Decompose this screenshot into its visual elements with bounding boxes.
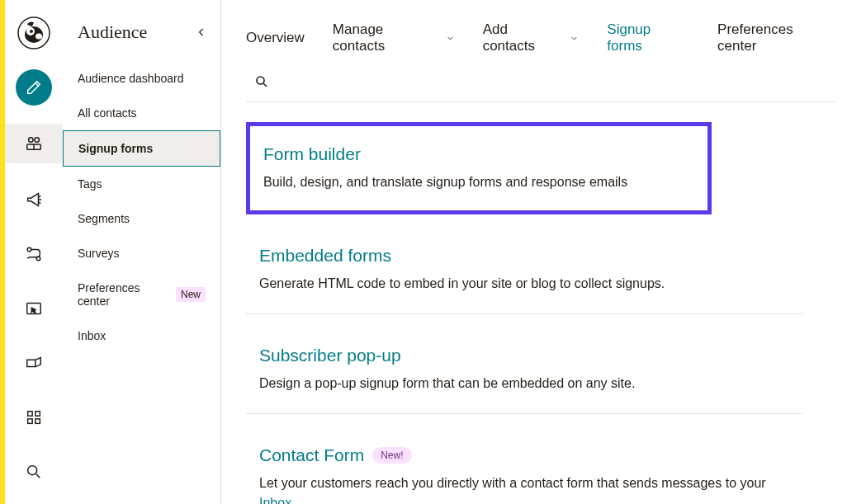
nav-create[interactable] [16, 69, 52, 106]
form-title-text: Subscriber pop-up [259, 346, 401, 365]
nav-campaigns[interactable] [16, 181, 52, 218]
sidebar-item-dashboard[interactable]: Audience dashboard [63, 61, 220, 96]
tab-label: Manage contacts [333, 21, 439, 54]
sidebar-item-surveys[interactable]: Surveys [63, 236, 220, 271]
chevron-down-icon [446, 34, 455, 43]
svg-point-3 [30, 30, 33, 33]
svg-point-18 [257, 77, 264, 84]
svg-rect-12 [28, 412, 33, 417]
sidebar-item-label: Signup forms [78, 142, 153, 155]
nav-integrations[interactable] [16, 399, 52, 436]
form-desc: Generate HTML code to embed in your site… [259, 274, 789, 294]
form-option-embedded-forms[interactable]: Embedded forms Generate HTML code to emb… [246, 234, 802, 314]
tab-add-contacts[interactable]: Add contacts [483, 21, 580, 54]
form-list: Form builder Build, design, and translat… [246, 102, 835, 504]
form-desc: Let your customers reach you directly wi… [259, 473, 789, 504]
svg-point-9 [27, 247, 31, 252]
icon-rail [5, 0, 63, 504]
form-title: Contact Form New! [259, 445, 789, 465]
pencil-icon [25, 78, 43, 97]
sidebar-item-tags[interactable]: Tags [63, 167, 220, 201]
svg-rect-15 [35, 419, 40, 423]
sidebar-item-label: Surveys [78, 247, 120, 260]
inbox-link[interactable]: Inbox [259, 496, 291, 504]
form-title-text: Contact Form [259, 445, 364, 465]
nav-search[interactable] [16, 454, 52, 490]
form-option-subscriber-popup[interactable]: Subscriber pop-up Design a pop-up signup… [246, 334, 802, 414]
sub-nav-title: Audience [78, 21, 147, 43]
journey-icon [25, 245, 43, 263]
tab-label: Add contacts [483, 21, 564, 54]
sidebar-item-preferences-center[interactable]: Preferences center New [63, 271, 220, 318]
form-option-form-builder[interactable]: Form builder Build, design, and translat… [246, 122, 712, 214]
sidebar-item-label: Tags [78, 177, 102, 191]
sidebar-item-signup-forms[interactable]: Signup forms [63, 130, 220, 167]
top-tabs: Overview Manage contacts Add contacts Si… [246, 21, 835, 69]
sub-nav: Audience Audience dashboard All contacts… [63, 0, 221, 504]
svg-rect-13 [35, 412, 40, 417]
form-title-text: Embedded forms [259, 246, 391, 266]
svg-line-17 [36, 474, 40, 478]
sidebar-item-inbox[interactable]: Inbox [63, 318, 220, 353]
grid-icon [25, 408, 43, 426]
form-title: Subscriber pop-up [259, 346, 789, 365]
svg-point-16 [28, 466, 37, 475]
form-option-contact-form[interactable]: Contact Form New! Let your customers rea… [246, 434, 802, 504]
svg-point-4 [35, 34, 42, 40]
desc-text: Let your customers reach you directly wi… [259, 476, 766, 490]
nav-automations[interactable] [16, 236, 52, 272]
tab-overview[interactable]: Overview [246, 30, 305, 46]
sidebar-item-label: Audience dashboard [78, 72, 183, 85]
tab-label: Overview [246, 30, 305, 46]
cursor-window-icon [25, 299, 43, 318]
svg-point-5 [29, 138, 34, 143]
sub-nav-header: Audience [63, 21, 220, 61]
tab-label: Signup forms [607, 21, 689, 54]
form-title: Form builder [263, 144, 694, 164]
sidebar-item-segments[interactable]: Segments [63, 201, 220, 236]
nav-content[interactable] [16, 345, 52, 381]
main-content: Overview Manage contacts Add contacts Si… [221, 0, 847, 504]
chevron-down-icon [570, 34, 579, 43]
new-badge: New! [372, 447, 411, 464]
sidebar-item-label: All contacts [78, 106, 137, 120]
svg-rect-14 [28, 419, 33, 423]
search-icon [25, 463, 43, 481]
form-desc: Build, design, and translate signup form… [263, 172, 694, 192]
mailchimp-logo-icon [17, 16, 50, 49]
form-title-text: Form builder [263, 144, 361, 164]
nav-audience[interactable] [5, 124, 63, 163]
form-title: Embedded forms [259, 246, 789, 266]
tab-signup-forms[interactable]: Signup forms [607, 21, 689, 54]
nav-website[interactable] [16, 290, 52, 327]
new-badge: New [176, 287, 206, 302]
tab-preferences-center[interactable]: Preferences center [717, 21, 835, 54]
brand-logo[interactable] [16, 15, 52, 51]
search-row[interactable] [246, 69, 835, 102]
chevron-left-icon[interactable] [196, 26, 207, 38]
svg-point-6 [35, 138, 39, 143]
desc-text: . [291, 496, 295, 504]
svg-line-19 [263, 83, 267, 87]
search-icon [254, 74, 269, 89]
form-desc: Design a pop-up signup form that can be … [259, 374, 789, 393]
postcard-icon [25, 354, 43, 372]
sidebar-item-label: Preferences center [78, 281, 169, 308]
sidebar-item-all-contacts[interactable]: All contacts [63, 96, 220, 130]
tab-label: Preferences center [717, 21, 835, 54]
sidebar-item-label: Segments [78, 212, 130, 225]
audience-icon [25, 134, 43, 153]
tab-manage-contacts[interactable]: Manage contacts [333, 21, 455, 54]
megaphone-icon [25, 191, 43, 209]
sidebar-item-label: Inbox [78, 329, 106, 342]
